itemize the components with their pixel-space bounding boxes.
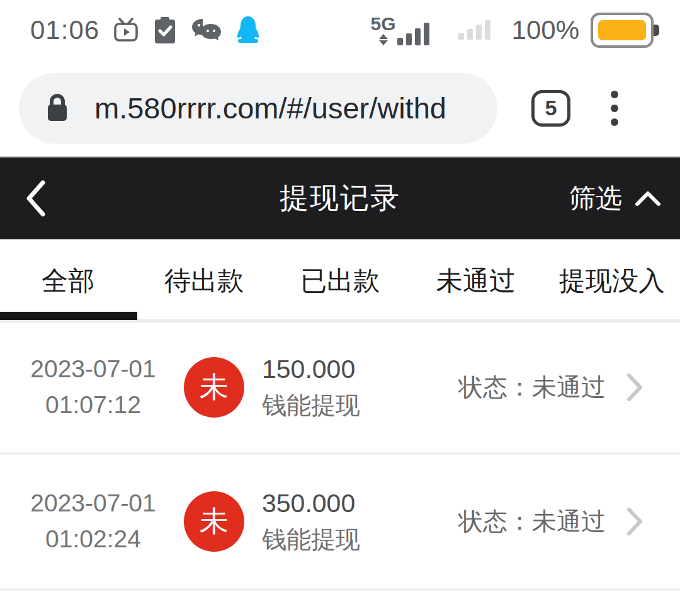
record-datetime: 2023-07-01 01:02:24 <box>8 486 179 557</box>
record-time: 01:07:12 <box>8 387 179 423</box>
cellular-signal: 5G <box>371 14 429 45</box>
filter-button[interactable]: 筛选 <box>569 181 680 216</box>
filter-label: 筛选 <box>569 181 622 216</box>
tv-icon <box>112 16 140 44</box>
app-header: 提现记录 筛选 <box>0 157 680 239</box>
record-datetime: 2023-07-01 01:07:12 <box>8 351 179 423</box>
signal-bars-sim2-icon <box>458 20 490 40</box>
record-method: 钱能提现 <box>262 388 360 424</box>
lock-icon <box>45 93 69 123</box>
record-time: 01:02:24 <box>8 522 179 557</box>
browser-address-bar: m.580rrrr.com/#/user/withd 5 <box>0 60 680 157</box>
tab-switcher-button[interactable]: 5 <box>531 90 570 127</box>
status-badge: 未 <box>184 491 244 552</box>
qq-icon <box>235 15 261 45</box>
clipboard-check-icon <box>152 16 178 45</box>
row-divider <box>0 588 680 591</box>
clock-time: 01:06 <box>30 15 99 45</box>
status-bar: 01:06 5G 100% <box>0 0 680 60</box>
record-date: 2023-07-01 <box>8 486 179 522</box>
withdrawal-record-list: 2023-07-01 01:07:12 未 150.000 钱能提现 状态：未通… <box>0 322 680 591</box>
url-text: m.580rrrr.com/#/user/withd <box>94 91 447 125</box>
url-field[interactable]: m.580rrrr.com/#/user/withd <box>19 73 497 144</box>
data-activity-icon <box>379 34 388 45</box>
tab-pending-payout[interactable]: 待出款 <box>136 239 272 322</box>
wechat-icon <box>190 16 223 44</box>
tab-count: 5 <box>545 96 557 120</box>
browser-menu-button[interactable] <box>611 91 618 126</box>
network-type-label: 5G <box>371 14 396 33</box>
battery-icon <box>591 13 654 48</box>
chevron-right-icon <box>626 372 643 402</box>
tab-all[interactable]: 全部 <box>0 239 136 322</box>
record-method: 钱能提现 <box>262 522 360 558</box>
record-row[interactable]: 2023-07-01 01:07:12 未 150.000 钱能提现 状态：未通… <box>0 322 680 452</box>
record-status: 状态：未通过 <box>458 505 606 539</box>
tab-withdraw-not-credited[interactable]: 提现没入 <box>544 239 680 322</box>
tab-rejected[interactable]: 未通过 <box>408 239 544 322</box>
chevron-right-icon <box>626 506 643 537</box>
record-main: 150.000 钱能提现 <box>262 351 360 424</box>
battery-percent: 100% <box>512 15 579 45</box>
record-amount: 350.000 <box>262 485 360 522</box>
status-badge: 未 <box>184 357 244 418</box>
signal-bars-icon <box>397 23 429 45</box>
record-row[interactable]: 2023-07-01 01:02:24 未 350.000 钱能提现 状态：未通… <box>0 455 680 588</box>
record-main: 350.000 钱能提现 <box>262 485 360 558</box>
record-amount: 150.000 <box>262 351 360 388</box>
tab-paid-out[interactable]: 已出款 <box>272 239 408 322</box>
active-tab-indicator <box>0 312 137 320</box>
filter-tabs: 全部 待出款 已出款 未通过 提现没入 <box>0 239 680 322</box>
chevron-up-icon <box>635 190 661 207</box>
record-status: 状态：未通过 <box>458 370 606 404</box>
record-date: 2023-07-01 <box>8 351 179 387</box>
